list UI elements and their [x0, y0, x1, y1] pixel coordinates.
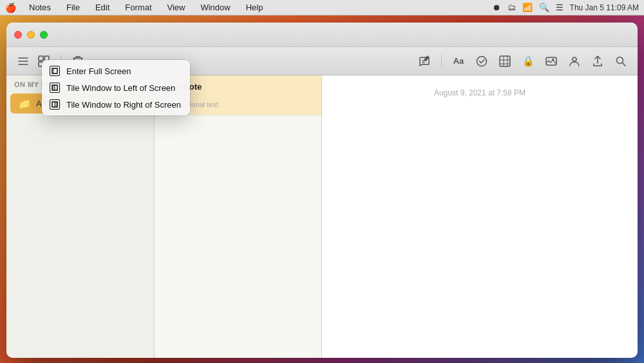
format-button[interactable]: Aa — [450, 52, 468, 70]
search-button[interactable] — [612, 52, 630, 70]
menu-notes[interactable]: Notes — [26, 1, 53, 14]
list-view-button[interactable] — [14, 52, 32, 70]
fullscreen-icon — [50, 66, 60, 76]
lock-button[interactable]: 🔒 — [519, 52, 537, 70]
svg-rect-11 — [39, 56, 43, 61]
control-center-icon[interactable]: ☰ — [556, 3, 564, 12]
svg-rect-16 — [500, 56, 510, 66]
menubar-right: ⏺ 🗂 📶 🔍 ☰ Thu Jan 5 11:09 AM — [493, 3, 639, 12]
content-area: On My Mac 📁 All iCloud New Note 8/9/21 N… — [6, 75, 638, 358]
share-button[interactable] — [589, 52, 607, 70]
svg-rect-7 — [55, 102, 57, 107]
menu-window[interactable]: Window — [198, 1, 232, 14]
svg-rect-0 — [52, 68, 57, 74]
search-menubar-icon[interactable]: 🔍 — [539, 3, 549, 12]
svg-point-15 — [477, 56, 487, 66]
fullscreen-menu-item[interactable]: Enter Full Screen — [42, 63, 190, 79]
minimize-button[interactable] — [27, 31, 35, 39]
media-button[interactable] — [542, 52, 560, 70]
menu-view[interactable]: View — [165, 1, 188, 14]
fullscreen-label: Enter Full Screen — [66, 66, 131, 76]
checklist-button[interactable] — [473, 52, 491, 70]
menubar-left: 🍎 Notes File Edit Format View Window Hel… — [5, 1, 493, 14]
tile-left-menu-item[interactable]: Tile Window to Left of Screen — [42, 79, 190, 96]
maximize-button[interactable] — [40, 31, 48, 39]
window-menu-dropdown: Enter Full Screen Tile Window to Left of… — [42, 60, 190, 115]
menu-file[interactable]: File — [64, 1, 82, 14]
svg-point-22 — [553, 58, 554, 60]
screen-recording-icon: ⏺ — [493, 3, 501, 12]
notes-window: Enter Full Screen Tile Window to Left of… — [6, 23, 638, 358]
datetime-display: Thu Jan 5 11:09 AM — [570, 3, 639, 12]
svg-line-25 — [623, 63, 626, 66]
titlebar — [6, 23, 638, 47]
svg-point-23 — [573, 57, 576, 61]
menu-format[interactable]: Format — [122, 1, 154, 14]
tile-left-label: Tile Window to Left of Screen — [66, 83, 175, 93]
menubar: 🍎 Notes File Edit Format View Window Hel… — [0, 0, 644, 15]
sidebar: On My Mac 📁 All iCloud — [6, 75, 155, 358]
finder-icon: 🗂 — [507, 3, 516, 12]
table-button[interactable] — [496, 52, 514, 70]
separator-2 — [441, 55, 442, 68]
menu-help[interactable]: Help — [243, 1, 266, 14]
menu-edit[interactable]: Edit — [93, 1, 112, 14]
close-button[interactable] — [14, 31, 22, 39]
notes-list: New Note 8/9/21 No additional text — [155, 75, 322, 358]
wifi-icon: 📶 — [522, 3, 533, 12]
tile-left-icon — [50, 83, 60, 93]
traffic-lights — [14, 31, 48, 39]
folder-icon: 📁 — [18, 97, 31, 110]
tile-right-menu-item[interactable]: Tile Window to Right of Screen — [42, 96, 190, 113]
apple-logo-icon[interactable]: 🍎 — [5, 3, 16, 13]
svg-rect-4 — [52, 85, 55, 90]
collaborate-button[interactable] — [565, 52, 583, 70]
tile-right-label: Tile Window to Right of Screen — [66, 100, 181, 110]
editor-date: August 9, 2021 at 7:58 PM — [434, 88, 526, 97]
note-editor[interactable]: August 9, 2021 at 7:58 PM — [322, 75, 638, 358]
new-note-button[interactable] — [415, 52, 433, 70]
tile-right-icon — [50, 99, 60, 110]
